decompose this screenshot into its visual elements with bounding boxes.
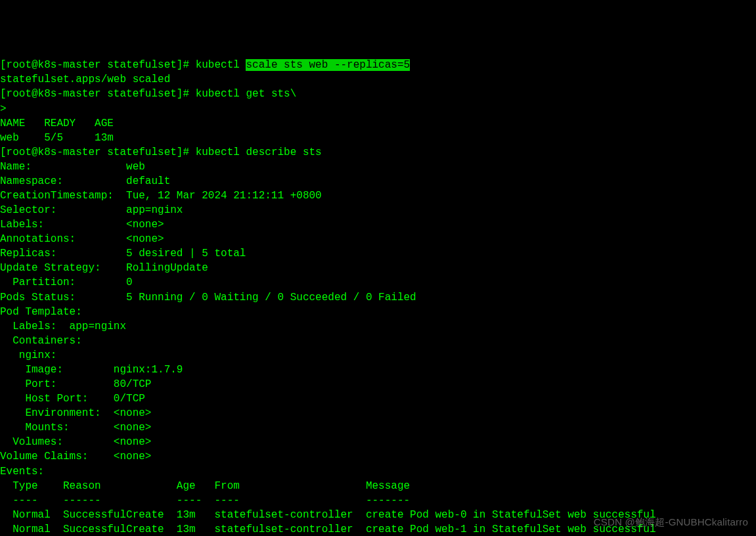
prompt: [root@k8s-master statefulset]# [0, 146, 196, 158]
event-row: Normal SuccessfulCreate 13m statefulset-… [0, 509, 656, 521]
desc-pods-status: Pods Status: 5 Running / 0 Waiting / 0 S… [0, 292, 416, 303]
events-separator: ---- ------ ---- ---- ------- [0, 495, 410, 506]
desc-pt-hostport: Host Port: 0/TCP [0, 393, 145, 405]
desc-labels: Labels: <none> [0, 219, 164, 231]
desc-pod-template: Pod Template: [0, 306, 82, 318]
desc-volume-claims: Volume Claims: <none> [0, 451, 151, 462]
table-header: NAME READY AGE [0, 118, 114, 129]
desc-pt-containers: Containers: [0, 335, 82, 347]
terminal[interactable]: [root@k8s-master statefulset]# kubectl s… [0, 58, 756, 536]
desc-pt-image: Image: nginx:1.7.9 [0, 364, 183, 376]
desc-timestamp: CreationTimestamp: Tue, 12 Mar 2024 21:1… [0, 190, 322, 202]
desc-replicas: Replicas: 5 desired | 5 total [0, 248, 246, 259]
cmd-highlight: scale sts web --replicas=5 [246, 59, 410, 71]
desc-pt-labels: Labels: app=nginx [0, 321, 126, 332]
events-header: Type Reason Age From Message [0, 480, 410, 492]
prompt: [root@k8s-master statefulset]# [0, 59, 196, 71]
desc-partition: Partition: 0 [0, 277, 133, 288]
cmd-text: kubectl get sts\ [196, 88, 297, 100]
table-row: web 5/5 13m [0, 132, 114, 144]
desc-pt-mounts: Mounts: <none> [0, 422, 151, 434]
desc-name: Name: web [0, 161, 145, 173]
output-line: statefulset.apps/web scaled [0, 74, 170, 85]
desc-selector: Selector: app=nginx [0, 204, 183, 216]
cmd-text: kubectl describe sts [196, 146, 322, 158]
desc-update-strategy: Update Strategy: RollingUpdate [0, 262, 208, 274]
desc-pt-nginx: nginx: [0, 349, 56, 361]
desc-events: Events: [0, 466, 44, 478]
event-row: Normal SuccessfulCreate 13m statefulset-… [0, 524, 656, 535]
continuation-prompt: > [0, 103, 12, 115]
desc-pt-volumes: Volumes: <none> [0, 436, 151, 448]
desc-pt-env: Environment: <none> [0, 407, 151, 419]
cmd-prefix: kubectl [196, 59, 246, 71]
desc-pt-port: Port: 80/TCP [0, 378, 151, 390]
desc-annotations: Annotations: <none> [0, 233, 164, 245]
desc-namespace: Namespace: default [0, 175, 170, 187]
watermark: CSDN @鲍海超-GNUBHCkalitarro [594, 516, 748, 529]
prompt: [root@k8s-master statefulset]# [0, 88, 196, 100]
